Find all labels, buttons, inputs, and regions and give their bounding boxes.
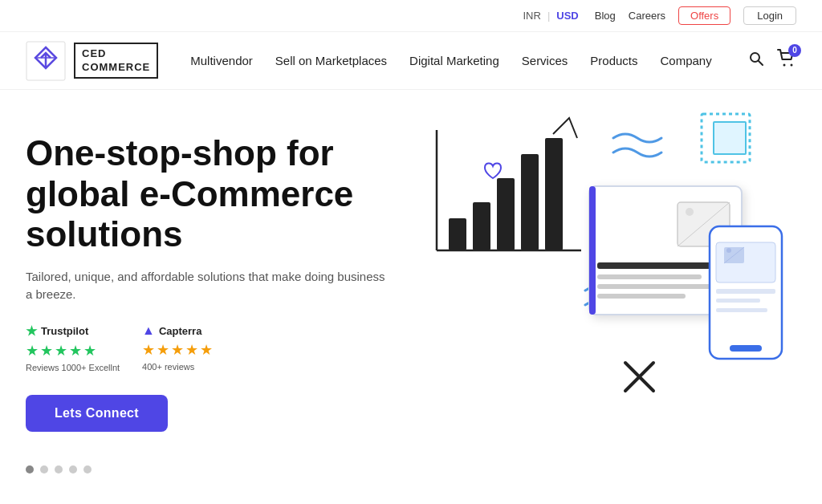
currency-group: INR | USD: [520, 8, 582, 23]
nav-company[interactable]: Company: [661, 54, 712, 67]
logo-text: CED COMMERCE: [74, 43, 158, 79]
svg-rect-13: [545, 138, 563, 250]
svg-rect-10: [473, 202, 490, 250]
offers-button[interactable]: Offers: [678, 6, 730, 25]
svg-rect-9: [449, 218, 466, 250]
usd-button[interactable]: USD: [553, 8, 581, 23]
tp-star-3: ★: [55, 342, 67, 360]
hero-illustration: [389, 106, 806, 443]
tp-star-1: ★: [26, 342, 39, 360]
logo[interactable]: CED COMMERCE: [26, 41, 158, 81]
trustpilot-star-icon: ★: [26, 323, 37, 339]
login-button[interactable]: Login: [743, 6, 796, 25]
svg-point-31: [726, 248, 731, 253]
inr-button[interactable]: INR: [520, 8, 544, 23]
svg-point-6: [791, 63, 793, 66]
capterra-review-text: 400+ reviews: [142, 362, 213, 372]
logo-icon: [26, 41, 66, 81]
nav-actions: 0: [748, 49, 796, 73]
hero-section: One-stop-shop for global e-Commerce solu…: [0, 90, 822, 459]
carousel-dots: [0, 465, 822, 474]
cart-badge: 0: [788, 44, 801, 57]
nav-services[interactable]: Services: [522, 54, 568, 67]
hero-title: One-stop-shop for global e-Commerce solu…: [26, 133, 395, 255]
svg-rect-24: [597, 284, 718, 289]
dot-3[interactable]: [55, 465, 63, 474]
capterra-label: ▲ Capterra: [142, 323, 213, 338]
svg-rect-25: [597, 294, 686, 299]
trustpilot-block: ★ Trustpilot ★ ★ ★ ★ ★ Reviews 1000+ Exc…: [26, 323, 120, 372]
tp-star-2: ★: [40, 342, 53, 360]
dot-1[interactable]: [26, 465, 34, 474]
cap-star-5: ★: [200, 341, 213, 359]
dot-4[interactable]: [69, 465, 77, 474]
svg-rect-15: [714, 122, 746, 154]
trustpilot-review-text: Reviews 1000+ Excellnt: [26, 363, 120, 372]
nav-sell-marketplaces[interactable]: Sell on Marketplaces: [275, 54, 387, 67]
trustpilot-label: ★ Trustpilot: [26, 323, 120, 339]
svg-rect-11: [497, 178, 515, 250]
svg-point-21: [686, 208, 694, 216]
cap-star-3: ★: [171, 341, 184, 359]
svg-point-5: [783, 63, 786, 66]
navbar: CED COMMERCE Multivendor Sell on Marketp…: [0, 32, 822, 90]
tp-star-4: ★: [69, 342, 82, 360]
hero-svg: [389, 106, 806, 443]
capterra-block: ▲ Capterra ★ ★ ★ ★ ★ 400+ reviews: [142, 323, 213, 372]
svg-rect-23: [597, 274, 702, 279]
svg-rect-33: [716, 299, 760, 303]
tp-star-5: ★: [83, 342, 96, 360]
nav-links: Multivendor Sell on Marketplaces Digital…: [190, 54, 748, 67]
hero-content: One-stop-shop for global e-Commerce solu…: [26, 133, 395, 432]
svg-line-4: [759, 61, 763, 65]
careers-link[interactable]: Careers: [629, 10, 665, 22]
nav-products[interactable]: Products: [590, 54, 637, 67]
hero-subtitle: Tailored, unique, and affordable solutio…: [26, 268, 395, 304]
reviews-row: ★ Trustpilot ★ ★ ★ ★ ★ Reviews 1000+ Exc…: [26, 323, 395, 372]
dot-5[interactable]: [83, 465, 92, 474]
capterra-icon: ▲: [142, 323, 155, 338]
blog-link[interactable]: Blog: [595, 10, 616, 22]
cap-star-2: ★: [157, 341, 169, 359]
trustpilot-stars: ★ ★ ★ ★ ★: [26, 342, 120, 360]
top-bar: INR | USD Blog Careers Offers Login: [0, 0, 822, 32]
svg-rect-32: [716, 289, 775, 294]
cap-star-4: ★: [185, 341, 198, 359]
nav-multivendor[interactable]: Multivendor: [190, 54, 253, 67]
svg-rect-34: [716, 308, 767, 312]
svg-rect-26: [589, 186, 596, 315]
svg-rect-12: [521, 154, 539, 250]
svg-rect-35: [730, 345, 762, 352]
cart-button[interactable]: 0: [777, 49, 796, 73]
lets-connect-button[interactable]: Lets Connect: [26, 395, 168, 432]
cap-star-1: ★: [142, 341, 155, 359]
nav-digital-marketing[interactable]: Digital Marketing: [409, 54, 499, 67]
capterra-stars: ★ ★ ★ ★ ★: [142, 341, 213, 359]
search-icon: [748, 51, 764, 67]
search-button[interactable]: [748, 51, 764, 71]
dot-2[interactable]: [40, 465, 48, 474]
